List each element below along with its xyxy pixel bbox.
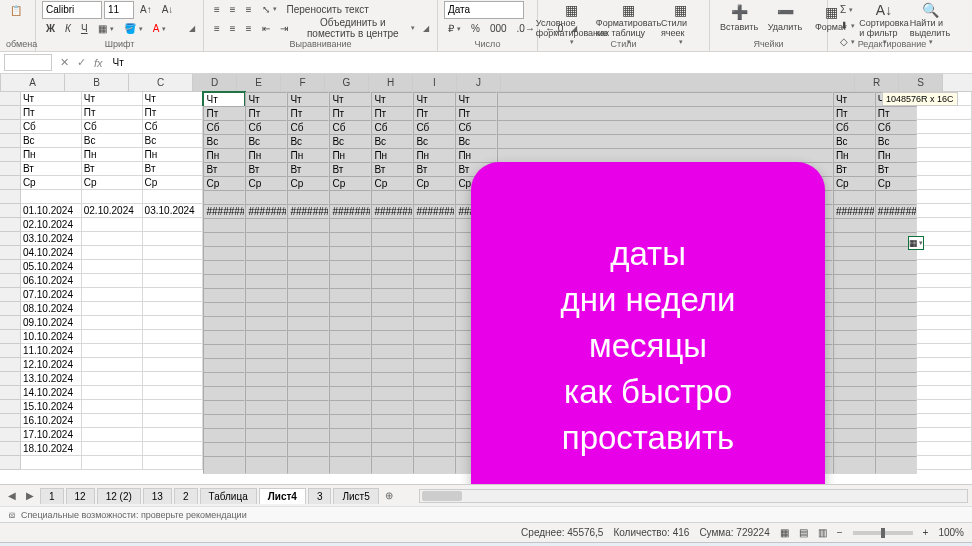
increase-font-button[interactable]: A↑ xyxy=(136,2,156,17)
cell[interactable] xyxy=(82,386,143,400)
cell[interactable] xyxy=(917,120,972,134)
row-header[interactable] xyxy=(0,176,21,190)
column-header[interactable]: F xyxy=(281,74,325,91)
column-header[interactable]: D xyxy=(193,74,237,91)
cell[interactable] xyxy=(143,358,204,372)
number-format-select[interactable] xyxy=(444,1,524,19)
row-header[interactable] xyxy=(0,428,21,442)
cell[interactable]: 12.10.2024 xyxy=(21,358,82,372)
row-header[interactable] xyxy=(0,302,21,316)
cell[interactable] xyxy=(917,148,972,162)
accessibility-text[interactable]: Специальные возможности: проверьте реком… xyxy=(21,510,247,520)
cell[interactable] xyxy=(917,190,972,204)
row-header[interactable] xyxy=(0,190,21,204)
align-top-button[interactable]: ≡ xyxy=(210,2,224,17)
cell[interactable]: Пн xyxy=(21,148,82,162)
row-header[interactable] xyxy=(0,204,21,218)
sheet-tab[interactable]: Таблица xyxy=(200,488,257,504)
cell[interactable] xyxy=(143,218,204,232)
cell[interactable] xyxy=(287,456,329,474)
align-middle-button[interactable]: ≡ xyxy=(226,2,240,17)
comma-button[interactable]: 000 xyxy=(486,21,511,36)
row-header[interactable] xyxy=(0,358,21,372)
cell[interactable]: 15.10.2024 xyxy=(21,400,82,414)
column-header[interactable]: C xyxy=(129,74,193,91)
row-header[interactable] xyxy=(0,148,21,162)
zoom-slider[interactable] xyxy=(853,531,913,535)
cell[interactable] xyxy=(203,456,245,474)
font-size-select[interactable] xyxy=(104,1,134,19)
cell[interactable]: 09.10.2024 xyxy=(21,316,82,330)
cell[interactable] xyxy=(917,358,972,372)
row-header[interactable] xyxy=(0,246,21,260)
align-right-button[interactable]: ≡ xyxy=(242,21,256,36)
cell[interactable] xyxy=(82,302,143,316)
font-name-select[interactable] xyxy=(42,1,102,19)
border-button[interactable]: ▦▾ xyxy=(94,21,118,36)
cell[interactable] xyxy=(21,456,82,470)
cell[interactable] xyxy=(917,176,972,190)
row-header[interactable] xyxy=(0,232,21,246)
row-header[interactable] xyxy=(0,400,21,414)
cell[interactable] xyxy=(917,134,972,148)
cell[interactable]: Вт xyxy=(143,162,204,176)
cell[interactable] xyxy=(917,232,972,246)
paste-button[interactable]: 📋 xyxy=(6,3,26,18)
sheet-tab[interactable]: Лист4 xyxy=(259,488,306,504)
cell[interactable]: 07.10.2024 xyxy=(21,288,82,302)
view-pagebreak-icon[interactable]: ▥ xyxy=(818,527,827,538)
formula-input[interactable] xyxy=(107,55,972,70)
sheet-tab[interactable]: 12 (2) xyxy=(97,488,141,504)
cell[interactable] xyxy=(82,442,143,456)
cell[interactable]: Ср xyxy=(82,176,143,190)
cell[interactable]: Чт xyxy=(82,92,143,106)
increase-indent-button[interactable]: ⇥ xyxy=(276,21,292,36)
autosum-button[interactable]: Σ▾ xyxy=(836,2,859,17)
cell[interactable]: Пт xyxy=(143,106,204,120)
font-dialog-launcher[interactable]: ◢ xyxy=(187,24,197,33)
cell[interactable] xyxy=(143,386,204,400)
cell[interactable] xyxy=(917,428,972,442)
cell[interactable]: 03.10.2024 xyxy=(21,232,82,246)
conditional-formatting-button[interactable]: ▦Условное форматирование▾ xyxy=(544,0,600,38)
cell[interactable] xyxy=(917,330,972,344)
decrease-font-button[interactable]: A↓ xyxy=(158,2,178,17)
row-header[interactable] xyxy=(0,316,21,330)
row-header[interactable] xyxy=(0,386,21,400)
cell[interactable] xyxy=(143,274,204,288)
column-header[interactable]: S xyxy=(899,74,943,91)
cell[interactable] xyxy=(917,302,972,316)
cell[interactable] xyxy=(82,414,143,428)
cell[interactable]: 14.10.2024 xyxy=(21,386,82,400)
cell[interactable]: Чт xyxy=(21,92,82,106)
column-header[interactable]: B xyxy=(65,74,129,91)
column-header[interactable]: R xyxy=(855,74,899,91)
insert-button[interactable]: ➕Вставить xyxy=(716,0,762,38)
row-header[interactable] xyxy=(0,330,21,344)
tab-nav-next[interactable]: ▶ xyxy=(22,490,38,501)
cell[interactable] xyxy=(143,330,204,344)
cell[interactable]: Сб xyxy=(21,120,82,134)
cell[interactable] xyxy=(143,232,204,246)
find-select-button[interactable]: 🔍Найти и выделить▾ xyxy=(907,0,953,38)
cell[interactable]: Вт xyxy=(82,162,143,176)
cell[interactable]: 08.10.2024 xyxy=(21,302,82,316)
column-header[interactable]: I xyxy=(413,74,457,91)
cell[interactable] xyxy=(82,400,143,414)
row-header[interactable] xyxy=(0,456,21,470)
view-normal-icon[interactable]: ▦ xyxy=(780,527,789,538)
column-header[interactable] xyxy=(943,74,972,91)
cell[interactable] xyxy=(143,316,204,330)
cell[interactable] xyxy=(917,288,972,302)
cell[interactable]: 02.10.2024 xyxy=(82,204,143,218)
italic-button[interactable]: К xyxy=(61,21,75,36)
cell[interactable] xyxy=(82,428,143,442)
cell[interactable]: 17.10.2024 xyxy=(21,428,82,442)
zoom-out-button[interactable]: − xyxy=(837,527,843,538)
row-header[interactable] xyxy=(0,120,21,134)
cell[interactable]: Пт xyxy=(21,106,82,120)
cell[interactable] xyxy=(917,414,972,428)
cell[interactable] xyxy=(917,456,972,470)
cell[interactable] xyxy=(917,260,972,274)
cell[interactable]: 04.10.2024 xyxy=(21,246,82,260)
